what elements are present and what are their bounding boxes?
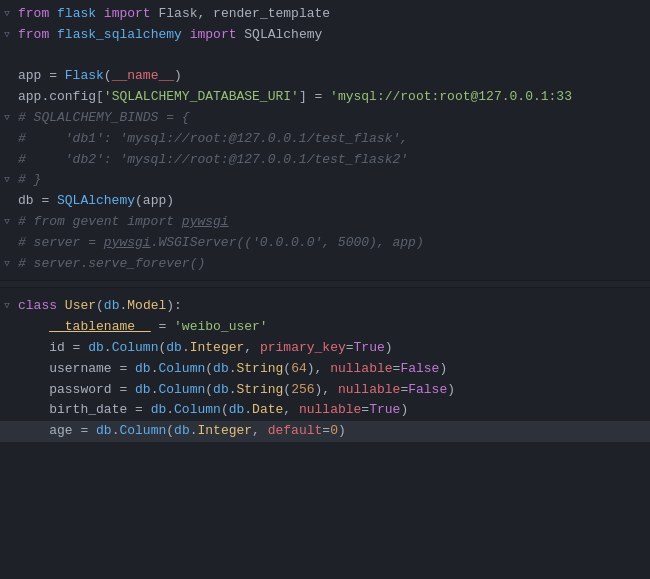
line-code-4: app = Flask(__name__): [14, 66, 650, 87]
line-code-2: from flask_sqlalchemy import SQLAlchemy: [14, 25, 650, 46]
class-line-4: username = db.Column(db.String(64), null…: [0, 359, 650, 380]
imports-block: ▽ from flask import Flask, render_templa…: [0, 0, 650, 278]
class-code-2: __tablename__ = 'weibo_user': [14, 317, 650, 338]
line-code-8: # 'db2': 'mysql://root:@127.0.0.1/test_f…: [14, 150, 650, 171]
line-4: app = Flask(__name__): [0, 66, 650, 87]
line-code-7: # 'db1': 'mysql://root:@127.0.0.1/test_f…: [14, 129, 650, 150]
line-5: app.config['SQLALCHEMY_DATABASE_URI'] = …: [0, 87, 650, 108]
class-code-5: password = db.Column(db.String(256), nul…: [14, 380, 650, 401]
line-8: # 'db2': 'mysql://root:@127.0.0.1/test_f…: [0, 150, 650, 171]
fold-gutter-3: [0, 46, 14, 47]
line-code-9: # }: [14, 170, 650, 191]
fold-gutter-class-4: [0, 359, 14, 360]
fold-gutter-8: [0, 150, 14, 151]
class-line-6: birth_date = db.Column(db.Date, nullable…: [0, 400, 650, 421]
line-3: [0, 46, 650, 67]
fold-gutter-12: [0, 233, 14, 234]
line-7: # 'db1': 'mysql://root:@127.0.0.1/test_f…: [0, 129, 650, 150]
line-code-11: # from gevent import pywsgi: [14, 212, 650, 233]
class-code-1: class User(db.Model):: [14, 296, 650, 317]
class-code-6: birth_date = db.Column(db.Date, nullable…: [14, 400, 650, 421]
fold-gutter-class-3: [0, 338, 14, 339]
fold-gutter-4: [0, 66, 14, 67]
class-line-1: ▽ class User(db.Model):: [0, 296, 650, 317]
fold-gutter-5: [0, 87, 14, 88]
fold-gutter-2[interactable]: ▽: [0, 25, 14, 44]
class-code-7: age = db.Column(db.Integer, default=0): [14, 421, 650, 442]
fold-gutter-6[interactable]: ▽: [0, 108, 14, 127]
line-10: db = SQLAlchemy(app): [0, 191, 650, 212]
class-line-7: age = db.Column(db.Integer, default=0): [0, 421, 650, 442]
line-1: ▽ from flask import Flask, render_templa…: [0, 4, 650, 25]
fold-gutter-class-2: [0, 317, 14, 318]
fold-gutter-class-7: [0, 421, 14, 422]
line-9: ▽ # }: [0, 170, 650, 191]
class-line-3: id = db.Column(db.Integer, primary_key=T…: [0, 338, 650, 359]
class-block: ▽ class User(db.Model): __tablename__ = …: [0, 292, 650, 446]
fold-gutter-7: [0, 129, 14, 130]
line-12: # server = pywsgi.WSGIServer(('0.0.0.0',…: [0, 233, 650, 254]
fold-gutter-13[interactable]: ▽: [0, 254, 14, 273]
fold-gutter-class-5: [0, 380, 14, 381]
line-code-12: # server = pywsgi.WSGIServer(('0.0.0.0',…: [14, 233, 650, 254]
code-editor: ▽ from flask import Flask, render_templa…: [0, 0, 650, 579]
line-code-10: db = SQLAlchemy(app): [14, 191, 650, 212]
line-11: ▽ # from gevent import pywsgi: [0, 212, 650, 233]
class-code-3: id = db.Column(db.Integer, primary_key=T…: [14, 338, 650, 359]
fold-gutter-1[interactable]: ▽: [0, 4, 14, 23]
class-line-2: __tablename__ = 'weibo_user': [0, 317, 650, 338]
fold-gutter-11[interactable]: ▽: [0, 212, 14, 231]
fold-gutter-9[interactable]: ▽: [0, 170, 14, 189]
class-code-4: username = db.Column(db.String(64), null…: [14, 359, 650, 380]
section-divider: [0, 280, 650, 288]
line-13: ▽ # server.serve_forever(): [0, 254, 650, 275]
fold-gutter-class-6: [0, 400, 14, 401]
fold-gutter-10: [0, 191, 14, 192]
line-code-13: # server.serve_forever(): [14, 254, 650, 275]
class-line-5: password = db.Column(db.String(256), nul…: [0, 380, 650, 401]
line-2: ▽ from flask_sqlalchemy import SQLAlchem…: [0, 25, 650, 46]
line-6: ▽ # SQLALCHEMY_BINDS = {: [0, 108, 650, 129]
fold-gutter-class-1[interactable]: ▽: [0, 296, 14, 315]
line-code-5: app.config['SQLALCHEMY_DATABASE_URI'] = …: [14, 87, 650, 108]
line-code-1: from flask import Flask, render_template: [14, 4, 650, 25]
line-code-6: # SQLALCHEMY_BINDS = {: [14, 108, 650, 129]
